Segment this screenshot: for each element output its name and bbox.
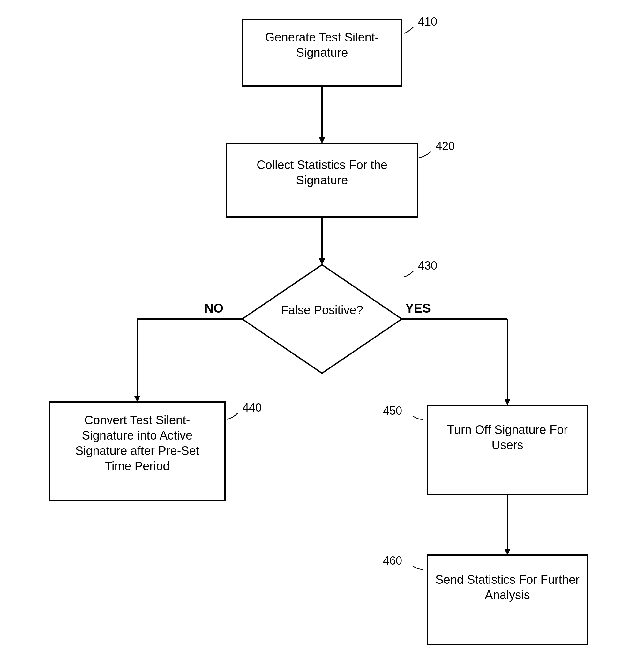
svg-text:Generate Test Silent-: Generate Test Silent- — [265, 31, 379, 44]
svg-marker-5 — [319, 137, 325, 143]
svg-marker-19 — [134, 396, 140, 402]
svg-text:430: 430 — [418, 259, 437, 272]
svg-text:420: 420 — [436, 139, 455, 152]
svg-text:460: 460 — [383, 554, 402, 567]
svg-text:Turn Off Signature For: Turn Off Signature For — [447, 423, 568, 436]
flowchart: Generate Test Silent- Signature 410 Coll… — [0, 0, 644, 668]
svg-text:Send Statistics For Further: Send Statistics For Further — [435, 573, 580, 586]
svg-marker-34 — [504, 549, 511, 555]
svg-text:Signature after Pre-Set: Signature after Pre-Set — [75, 444, 199, 457]
svg-text:410: 410 — [418, 15, 437, 28]
svg-text:False Positive?: False Positive? — [281, 303, 363, 317]
svg-marker-12 — [242, 265, 402, 373]
svg-text:Collect Statistics For the: Collect Statistics For the — [257, 158, 387, 172]
svg-text:Signature into  Active: Signature into Active — [82, 429, 192, 442]
svg-text:Time Period: Time Period — [105, 459, 169, 473]
svg-text:440: 440 — [242, 401, 262, 414]
svg-text:Signature: Signature — [296, 46, 348, 59]
svg-marker-28 — [504, 399, 511, 405]
svg-text:Convert Test Silent-: Convert Test Silent- — [85, 413, 190, 427]
svg-text:Signature: Signature — [296, 173, 348, 187]
svg-text:Analysis: Analysis — [485, 588, 530, 602]
svg-text:NO: NO — [204, 301, 223, 315]
svg-marker-11 — [319, 258, 325, 265]
flowchart-svg: Generate Test Silent- Signature 410 Coll… — [0, 0, 644, 668]
svg-text:YES: YES — [405, 301, 431, 315]
svg-text:450: 450 — [383, 404, 402, 417]
svg-text:Users: Users — [492, 438, 523, 452]
